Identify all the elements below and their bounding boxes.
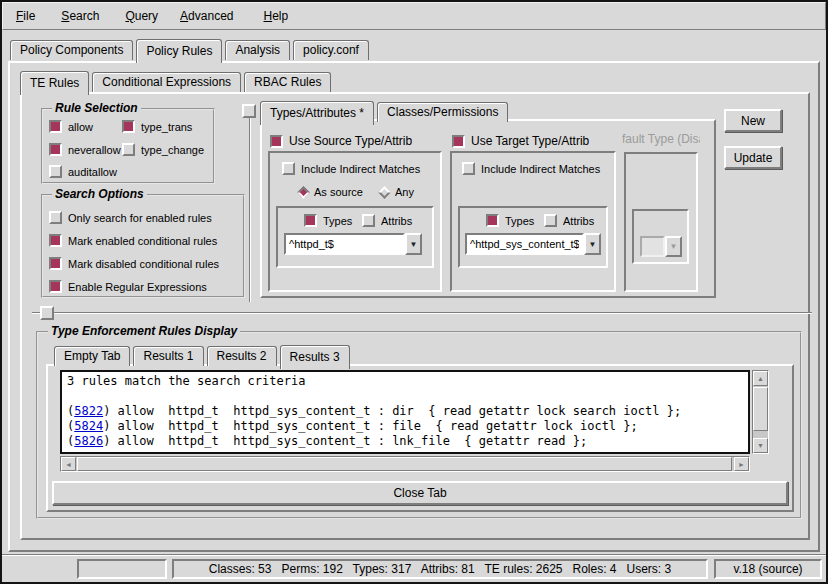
results-vscrollbar[interactable]: ▲ ▼ — [752, 370, 769, 454]
rule-selection-title: Rule Selection — [52, 101, 141, 115]
checkbox-source-attribs[interactable]: Attribs — [362, 214, 412, 227]
checkbox-box[interactable] — [49, 280, 62, 293]
apol-window: File Search Query Advanced Help Policy C… — [0, 0, 828, 584]
hscroll-thumb[interactable] — [77, 457, 732, 471]
tab-policy-rules[interactable]: Policy Rules — [136, 39, 222, 63]
new-button[interactable]: New — [724, 109, 782, 132]
scroll-up-icon[interactable]: ▲ — [753, 371, 768, 386]
checkbox-type-change[interactable]: type_change — [122, 143, 204, 156]
default-type-input — [640, 236, 665, 257]
checkbox-box[interactable] — [122, 120, 135, 133]
vscroll-thumb[interactable] — [753, 387, 768, 431]
checkbox-label: Types — [323, 215, 352, 227]
rule-line: (5822) allow httpd_t httpd_sys_content_t… — [67, 404, 743, 419]
tab-rbac-rules[interactable]: RBAC Rules — [244, 72, 331, 92]
close-tab-button[interactable]: Close Tab — [52, 481, 788, 505]
results-text-area[interactable]: 3 rules match the search criteria (5822)… — [60, 370, 750, 454]
rules-tab-bar: TE Rules Conditional Expressions RBAC Ru… — [20, 71, 331, 92]
checkbox-type-trans[interactable]: type_trans — [122, 120, 192, 133]
checkbox-source-indirect[interactable]: Include Indirect Matches — [282, 162, 420, 175]
checkbox-use-target[interactable]: Use Target Type/Attrib — [452, 134, 589, 148]
radio-any[interactable]: Any — [380, 186, 414, 198]
scroll-right-icon[interactable]: ► — [734, 457, 749, 471]
checkbox-label: type_change — [141, 144, 204, 156]
vertical-sash[interactable] — [249, 104, 251, 302]
chevron-down-icon[interactable]: ▼ — [405, 233, 422, 255]
checkbox-label: neverallow — [68, 144, 121, 156]
checkbox-allow[interactable]: allow — [49, 120, 93, 133]
target-type-input[interactable] — [465, 233, 584, 255]
rule-id-link[interactable]: 5824 — [74, 419, 103, 433]
checkbox-box[interactable] — [49, 257, 62, 270]
checkbox-label: Only search for enabled rules — [68, 212, 212, 224]
horizontal-sash-handle[interactable] — [40, 306, 54, 320]
menu-file[interactable]: File — [11, 7, 40, 25]
checkbox-target-types[interactable]: Types — [486, 214, 534, 227]
checkbox-use-source[interactable]: Use Source Type/Attrib — [270, 134, 412, 148]
checkbox-box[interactable] — [49, 165, 62, 178]
radio-as-source[interactable]: As source — [299, 186, 363, 198]
radio-label: Any — [395, 186, 414, 198]
checkbox-only-enabled[interactable]: Only search for enabled rules — [49, 211, 212, 224]
results-group-title: Type Enforcement Rules Display — [48, 324, 240, 338]
menu-advanced[interactable]: Advanced — [175, 7, 238, 25]
checkbox-label: Include Indirect Matches — [481, 163, 600, 175]
tab-te-rules[interactable]: TE Rules — [20, 71, 89, 95]
checkbox-box[interactable] — [282, 162, 295, 175]
checkbox-source-types[interactable]: Types — [304, 214, 352, 227]
checkbox-target-attribs[interactable]: Attribs — [544, 214, 594, 227]
rule-text: ) allow httpd_t httpd_sys_content_t : fi… — [103, 419, 638, 433]
checkbox-box[interactable] — [304, 214, 317, 227]
rule-id-link[interactable]: 5822 — [74, 404, 103, 418]
rule-text: ) allow httpd_t httpd_sys_content_t : di… — [103, 404, 681, 418]
menu-search[interactable]: Search — [56, 7, 104, 25]
scroll-left-icon[interactable]: ◄ — [61, 457, 76, 471]
tab-empty[interactable]: Empty Tab — [54, 346, 130, 366]
source-type-input[interactable] — [284, 233, 405, 255]
radio-dot[interactable] — [378, 186, 391, 199]
chevron-down-icon[interactable]: ▼ — [584, 233, 601, 255]
rule-line: (5824) allow httpd_t httpd_sys_content_t… — [67, 419, 743, 434]
horizontal-sash[interactable] — [32, 312, 812, 314]
checkbox-box[interactable] — [49, 120, 62, 133]
checkbox-mark-disabled[interactable]: Mark disabled conditional rules — [49, 257, 219, 270]
checkbox-box[interactable] — [49, 211, 62, 224]
checkbox-box[interactable] — [49, 143, 62, 156]
checkbox-label: Attribs — [563, 215, 594, 227]
checkbox-neverallow[interactable]: neverallow — [49, 143, 121, 156]
checkbox-label: type_trans — [141, 121, 192, 133]
checkbox-mark-enabled[interactable]: Mark enabled conditional rules — [49, 234, 217, 247]
checkbox-auditallow[interactable]: auditallow — [49, 165, 117, 178]
vertical-sash-handle[interactable] — [242, 104, 256, 118]
tab-results-1[interactable]: Results 1 — [133, 346, 203, 366]
checkbox-label: Types — [505, 215, 534, 227]
checkbox-target-indirect[interactable]: Include Indirect Matches — [462, 162, 600, 175]
status-stats: Classes: 53 Perms: 192 Types: 317 Attrib… — [172, 559, 708, 579]
checkbox-box[interactable] — [49, 234, 62, 247]
tab-classes-permissions[interactable]: Classes/Permissions — [377, 102, 508, 122]
results-hscrollbar[interactable]: ◄ ► — [60, 456, 750, 472]
checkbox-label: Use Target Type/Attrib — [471, 134, 589, 148]
scroll-down-icon[interactable]: ▼ — [753, 438, 768, 453]
radio-dot[interactable] — [297, 186, 310, 199]
tab-types-attributes[interactable]: Types/Attributes * — [260, 101, 374, 125]
checkbox-box[interactable] — [486, 214, 499, 227]
results-tab-bar: Empty Tab Results 1 Results 2 Results 3 — [54, 345, 350, 366]
tab-policy-components[interactable]: Policy Components — [10, 40, 133, 60]
tab-results-2[interactable]: Results 2 — [207, 346, 277, 366]
checkbox-box[interactable] — [544, 214, 557, 227]
checkbox-regex[interactable]: Enable Regular Expressions — [49, 280, 207, 293]
checkbox-box[interactable] — [362, 214, 375, 227]
tab-analysis[interactable]: Analysis — [225, 40, 290, 60]
tab-policy-conf[interactable]: policy.conf — [293, 40, 369, 60]
tab-results-3[interactable]: Results 3 — [280, 345, 350, 369]
menu-query[interactable]: Query — [120, 7, 163, 25]
tab-conditional-expressions[interactable]: Conditional Expressions — [92, 72, 241, 92]
menu-help[interactable]: Help — [258, 7, 293, 25]
checkbox-box[interactable] — [452, 135, 465, 148]
rule-id-link[interactable]: 5826 — [74, 434, 103, 448]
checkbox-box[interactable] — [270, 135, 283, 148]
update-button[interactable]: Update — [724, 146, 782, 169]
checkbox-box[interactable] — [462, 162, 475, 175]
checkbox-box[interactable] — [122, 143, 135, 156]
